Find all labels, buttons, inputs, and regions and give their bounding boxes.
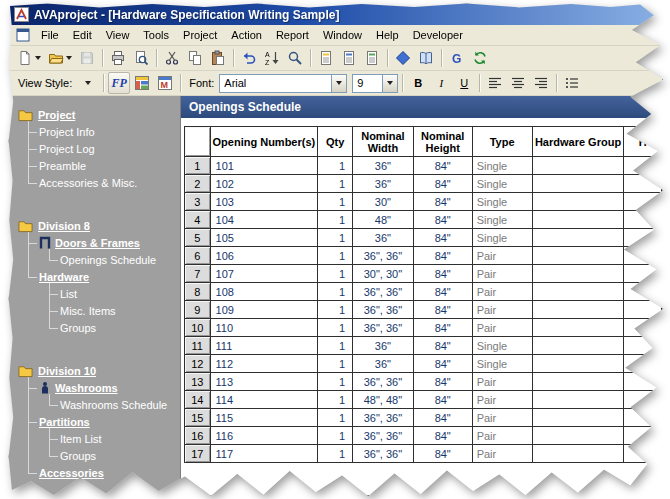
col-header-opening-numbers[interactable]: Opening Number(s)	[210, 127, 318, 157]
cell-hardware-group[interactable]	[532, 157, 624, 175]
mdi-child-icon[interactable]	[12, 24, 34, 46]
align-left-button[interactable]	[484, 72, 506, 94]
cell-qty[interactable]: 1	[318, 229, 353, 247]
cell-qty[interactable]: 1	[318, 427, 353, 445]
cell-opening-number[interactable]: 109	[210, 301, 318, 319]
cell-partial[interactable]	[624, 265, 662, 283]
row-number[interactable]: 17	[185, 445, 211, 463]
cell-nominal-height[interactable]: 84"	[413, 157, 472, 175]
col-header-type[interactable]: Type	[472, 127, 532, 157]
row-number[interactable]: 1	[185, 157, 211, 175]
cell-opening-number[interactable]: 108	[210, 283, 318, 301]
menu-item[interactable]: Edit	[66, 26, 99, 44]
col-header-hardware-group[interactable]: Hardware Group	[532, 127, 624, 157]
align-right-button[interactable]	[530, 72, 552, 94]
cell-partial[interactable]	[624, 373, 662, 391]
sidebar-item-project[interactable]: Project	[18, 106, 176, 123]
cell-qty[interactable]: 1	[318, 409, 353, 427]
sidebar-item-division-8[interactable]: Division 8	[18, 217, 176, 234]
cell-nominal-height[interactable]: 84"	[413, 283, 472, 301]
cell-opening-number[interactable]: 111	[210, 337, 318, 355]
cell-nominal-width[interactable]: 36", 36"	[353, 319, 414, 337]
cell-nominal-width[interactable]: 36"	[353, 175, 414, 193]
menu-item[interactable]: Help	[369, 26, 406, 44]
cell-nominal-height[interactable]: 84"	[413, 247, 472, 265]
row-number[interactable]: 9	[185, 301, 211, 319]
cell-nominal-height[interactable]: 84"	[413, 319, 472, 337]
sidebar-item-partitions[interactable]: Partitions	[39, 413, 176, 430]
save-button[interactable]	[76, 47, 98, 69]
cell-partial[interactable]	[624, 391, 662, 409]
copy-button[interactable]	[184, 47, 206, 69]
cell-hardware-group[interactable]	[532, 355, 624, 373]
row-number[interactable]: 10	[185, 319, 211, 337]
cell-nominal-width[interactable]: 36"	[353, 157, 414, 175]
sidebar-item-item-list[interactable]: Item List	[60, 430, 176, 447]
cell-partial[interactable]	[624, 445, 662, 463]
cell-partial[interactable]	[624, 193, 662, 211]
row-number[interactable]: 5	[185, 229, 211, 247]
col-header-nominal-width[interactable]: Nominal Width	[353, 127, 414, 157]
sidebar-item-hardware[interactable]: Hardware	[39, 268, 176, 285]
cell-type[interactable]: Pair	[472, 301, 532, 319]
cell-opening-number[interactable]: 114	[210, 391, 318, 409]
cell-type[interactable]: Pair	[472, 265, 532, 283]
cell-hardware-group[interactable]	[532, 283, 624, 301]
find-button[interactable]	[284, 47, 306, 69]
menu-item[interactable]: Window	[316, 26, 369, 44]
cell-nominal-width[interactable]: 36", 36"	[353, 373, 414, 391]
app-icon[interactable]	[14, 7, 29, 22]
cell-hardware-group[interactable]	[532, 337, 624, 355]
view-style-dropdown[interactable]	[77, 72, 99, 94]
cell-hardware-group[interactable]	[532, 229, 624, 247]
refresh-button[interactable]	[469, 47, 491, 69]
cell-type[interactable]: Single	[472, 157, 532, 175]
cell-nominal-height[interactable]: 84"	[413, 427, 472, 445]
cell-nominal-width[interactable]: 36"	[353, 337, 414, 355]
font-family-combo[interactable]: Arial	[219, 74, 347, 93]
cell-type[interactable]: Pair	[472, 247, 532, 265]
paste-button[interactable]	[207, 47, 229, 69]
cell-opening-number[interactable]: 113	[210, 373, 318, 391]
cell-type[interactable]: Pair	[472, 283, 532, 301]
sidebar-item-partitions-groups[interactable]: Groups	[60, 447, 176, 464]
sidebar-item-accessories[interactable]: Accessories	[39, 464, 176, 481]
cell-opening-number[interactable]: 104	[210, 211, 318, 229]
row-number[interactable]: 11	[185, 337, 211, 355]
menu-item[interactable]: Tools	[136, 26, 176, 44]
underline-button[interactable]: U	[453, 72, 475, 94]
cell-type[interactable]: Pair	[472, 391, 532, 409]
cell-nominal-height[interactable]: 84"	[413, 301, 472, 319]
menu-item[interactable]: File	[34, 26, 66, 44]
cell-hardware-group[interactable]	[532, 409, 624, 427]
cell-opening-number[interactable]: 112	[210, 355, 318, 373]
report-button[interactable]	[315, 47, 337, 69]
print-button[interactable]	[107, 47, 129, 69]
cell-hardware-group[interactable]	[532, 301, 624, 319]
row-number[interactable]: 13	[185, 373, 211, 391]
cell-hardware-group[interactable]	[532, 391, 624, 409]
cell-hardware-group[interactable]	[532, 427, 624, 445]
cell-qty[interactable]: 1	[318, 337, 353, 355]
cell-nominal-width[interactable]: 36", 36"	[353, 409, 414, 427]
cell-type[interactable]: Single	[472, 355, 532, 373]
cell-opening-number[interactable]: 116	[210, 427, 318, 445]
groups-button[interactable]: G	[446, 47, 468, 69]
cell-nominal-width[interactable]: 36", 36"	[353, 427, 414, 445]
schedule-report-button[interactable]	[338, 47, 360, 69]
cell-nominal-height[interactable]: 84"	[413, 355, 472, 373]
cell-partial[interactable]	[624, 409, 662, 427]
cell-qty[interactable]: 1	[318, 175, 353, 193]
format-schedule-button[interactable]	[131, 72, 153, 94]
cell-nominal-width[interactable]: 48", 48"	[353, 391, 414, 409]
cell-hardware-group[interactable]	[532, 265, 624, 283]
cut-button[interactable]	[161, 47, 183, 69]
cell-nominal-width[interactable]: 30"	[353, 193, 414, 211]
cell-nominal-width[interactable]: 36", 36"	[353, 301, 414, 319]
cell-nominal-width[interactable]: 36"	[353, 229, 414, 247]
cell-type[interactable]: Single	[472, 175, 532, 193]
cell-nominal-width[interactable]: 36", 36"	[353, 283, 414, 301]
row-number[interactable]: 12	[185, 355, 211, 373]
row-number[interactable]: 15	[185, 409, 211, 427]
cell-partial[interactable]	[624, 157, 662, 175]
